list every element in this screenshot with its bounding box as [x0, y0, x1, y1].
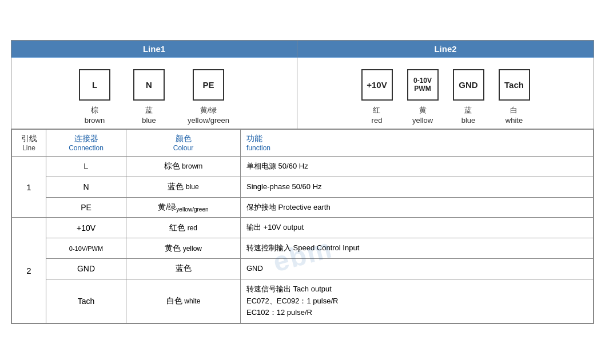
function-L: 单相电源 50/60 Hz	[241, 157, 594, 177]
function-Tach: 转速信号输出 Tach output EC072、EC092：1 pulse/R…	[241, 279, 594, 323]
connector-box-Tach: Tach	[499, 69, 530, 101]
main-container: Line1 L 棕 brown N 蓝 blue	[11, 40, 594, 325]
connector-label-N: 蓝 blue	[142, 105, 156, 126]
line1-title: Line1	[143, 44, 165, 54]
connector-box-10V: +10V	[361, 69, 393, 101]
line1-header: Line1	[11, 41, 297, 58]
table-row: PE 黄/绿yellow/green 保护接地 Protective earth	[12, 197, 594, 218]
label-en-PE: yellow/green	[188, 116, 229, 125]
line-num-1: 1	[12, 157, 46, 218]
th-function-cn: 功能	[246, 134, 587, 144]
function-PE: 保护接地 Protective earth	[241, 197, 594, 218]
th-connection-en: Connection	[52, 144, 120, 152]
label-en-PWM: yellow	[412, 116, 433, 125]
connector-box-GND: GND	[453, 69, 484, 101]
label-en-10V: red	[372, 116, 383, 125]
connector-label-PE: 黄/绿 yellow/green	[188, 105, 229, 126]
function-10V: 输出 +10V output	[241, 218, 594, 238]
connection-PE: PE	[46, 197, 126, 218]
line-num-2: 2	[12, 218, 46, 323]
connector-box-N: N	[133, 69, 165, 101]
table-row: 0-10V/PWM 黄色 yellow 转速控制输入 Speed Control…	[12, 238, 594, 259]
connector-GND: GND 蓝 blue	[453, 69, 484, 126]
function-GND: GND	[241, 259, 594, 279]
label-cn-PE: 黄/绿	[200, 106, 217, 114]
connector-label-10V: 红 red	[372, 105, 383, 126]
table-row: N 蓝色 blue Single-phase 50/60 Hz	[12, 177, 594, 197]
label-en-GND: blue	[461, 116, 476, 125]
connector-10V: +10V 红 red	[361, 69, 393, 126]
th-connection: 连接器 Connection	[46, 130, 126, 157]
connector-label-PWM: 黄 yellow	[412, 105, 433, 126]
th-line: 引线 Line	[12, 130, 46, 157]
connection-PWM: 0-10V/PWM	[46, 238, 126, 259]
th-function-en: function	[246, 144, 587, 152]
colour-N: 蓝色 blue	[126, 177, 241, 197]
connector-label-Tach: 白 white	[506, 105, 523, 126]
colour-PE: 黄/绿yellow/green	[126, 197, 241, 218]
line2-title: Line2	[434, 44, 456, 54]
wiring-table: 引线 Line 连接器 Connection 颜色 Colour 功能 func…	[11, 129, 594, 323]
function-N: Single-phase 50/60 Hz	[241, 177, 594, 197]
line2-section: Line2 +10V 红 red 0-10VPWM 黄 yellow	[297, 41, 594, 129]
connector-N: N 蓝 blue	[133, 69, 165, 126]
th-connection-cn: 连接器	[52, 134, 120, 144]
line2-connectors-row: +10V 红 red 0-10VPWM 黄 yellow GND	[297, 58, 594, 129]
connection-GND: GND	[46, 259, 126, 279]
table-row: Tach 白色 white 转速信号输出 Tach output EC072、E…	[12, 279, 594, 323]
connector-box-PWM: 0-10VPWM	[407, 69, 439, 101]
label-cn-Tach: 白	[510, 106, 518, 114]
label-cn-PWM: 黄	[419, 106, 427, 114]
colour-10V: 红色 red	[126, 218, 241, 238]
label-cn-10V: 红	[373, 106, 380, 114]
label-en-Tach: white	[506, 116, 523, 125]
connection-L: L	[46, 157, 126, 177]
connector-L: L 棕 brown	[79, 69, 110, 126]
connector-label-GND: 蓝 blue	[461, 105, 476, 126]
connector-box-L: L	[79, 69, 110, 101]
connector-PWM: 0-10VPWM 黄 yellow	[407, 69, 439, 126]
line1-section: Line1 L 棕 brown N 蓝 blue	[11, 41, 297, 129]
connector-box-PE: PE	[193, 69, 224, 101]
connector-label-L: 棕 brown	[85, 105, 105, 126]
th-line-en: Line	[18, 144, 40, 152]
th-colour-cn: 颜色	[132, 134, 234, 144]
label-cn-N: 蓝	[145, 106, 153, 114]
colour-GND: 蓝色	[126, 259, 241, 279]
th-colour-en: Colour	[132, 144, 234, 152]
table-section: 引线 Line 连接器 Connection 颜色 Colour 功能 func…	[11, 129, 594, 323]
label-cn-GND: 蓝	[464, 106, 472, 114]
table-row: 1 L 棕色 browm 单相电源 50/60 Hz	[12, 157, 594, 177]
connection-Tach: Tach	[46, 279, 126, 323]
table-row: 2 +10V 红色 red 输出 +10V output	[12, 218, 594, 238]
line1-connectors-row: L 棕 brown N 蓝 blue PE	[11, 58, 297, 129]
label-en-N: blue	[142, 116, 156, 125]
colour-L: 棕色 browm	[126, 157, 241, 177]
line2-header: Line2	[297, 41, 594, 58]
colour-Tach: 白色 white	[126, 279, 241, 323]
table-header-row: 引线 Line 连接器 Connection 颜色 Colour 功能 func…	[12, 130, 594, 157]
label-cn-L: 棕	[91, 106, 98, 114]
table-row: GND 蓝色 GND	[12, 259, 594, 279]
th-function: 功能 function	[241, 130, 594, 157]
connector-Tach: Tach 白 white	[499, 69, 530, 126]
colour-PWM: 黄色 yellow	[126, 238, 241, 259]
th-colour: 颜色 Colour	[126, 130, 241, 157]
header-section: Line1 L 棕 brown N 蓝 blue	[11, 41, 594, 129]
th-line-cn: 引线	[18, 134, 40, 144]
connector-PE: PE 黄/绿 yellow/green	[188, 69, 229, 126]
label-en-L: brown	[85, 116, 105, 125]
function-PWM: 转速控制输入 Speed Control Input	[241, 238, 594, 259]
connection-N: N	[46, 177, 126, 197]
connection-10V: +10V	[46, 218, 126, 238]
